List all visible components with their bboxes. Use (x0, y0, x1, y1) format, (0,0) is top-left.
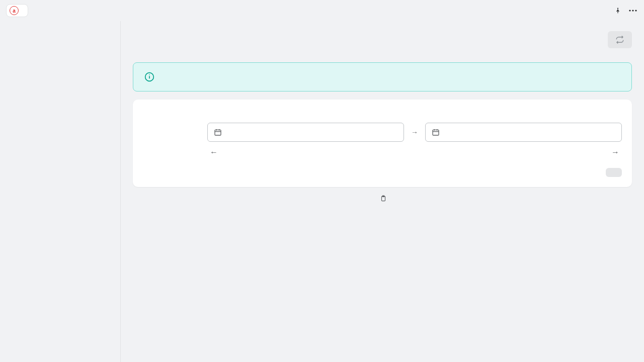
preset-list (143, 123, 199, 160)
date-from-input[interactable] (207, 123, 404, 142)
main: → ← (121, 21, 644, 362)
calendar-left-title (224, 144, 413, 151)
prev-month-button[interactable]: ← (207, 145, 220, 160)
arrow-right-icon: → (411, 128, 418, 136)
topbar: a (0, 0, 644, 21)
svg-rect-6 (215, 130, 221, 135)
app-logo-icon: a (10, 6, 19, 15)
pin-icon[interactable] (613, 6, 623, 16)
info-icon (144, 72, 154, 82)
export-card: → ← (133, 100, 632, 187)
app-badge[interactable]: a (6, 4, 28, 17)
svg-point-2 (635, 10, 636, 11)
sidebar (0, 21, 121, 362)
next-month-button[interactable]: → (609, 145, 622, 160)
footer (133, 187, 632, 214)
import-orders-button[interactable] (606, 168, 622, 177)
calendar-icon (214, 128, 222, 136)
calendar-left (224, 144, 413, 151)
svg-point-5 (149, 74, 150, 75)
info-banner (133, 62, 632, 92)
clipboard-icon (380, 195, 387, 202)
svg-rect-10 (433, 130, 439, 135)
svg-point-1 (632, 10, 633, 11)
calendar-icon (432, 128, 440, 136)
more-icon[interactable] (628, 6, 638, 16)
svg-point-0 (629, 10, 630, 11)
date-to-input[interactable] (425, 123, 622, 142)
refresh-button[interactable] (608, 31, 632, 48)
calendar-right-title (417, 144, 605, 151)
calendar-right (417, 144, 605, 151)
